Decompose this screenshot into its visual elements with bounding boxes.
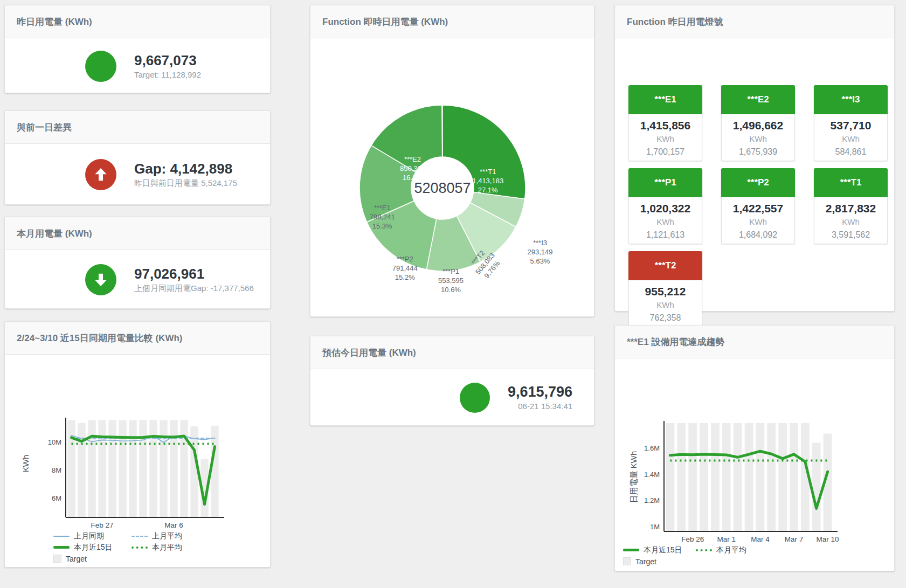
tile-body: 1,496,662 KWh 1,675,939 [721,114,795,161]
tile-unit: KWh [814,133,887,146]
tile-unit: KWh [814,216,887,229]
x-tick-label: Mar 1 [717,535,736,543]
panel-title: Function 即時日用電量 (KWh) [322,16,448,28]
target-bar [211,426,218,517]
donut-center-total: 5208057 [414,180,471,197]
legend-item[interactable]: 本月平均 [132,543,210,552]
legend-item[interactable]: Target [623,557,696,566]
panel-header[interactable]: 預估今日用電量 (KWh) [310,336,594,369]
target-bar [78,423,85,517]
x-tick-label: Mar 4 [751,535,770,543]
target-bar [119,420,126,517]
tile-target: 1,675,939 [722,146,794,158]
panel-header[interactable]: ***E1 設備用電達成趨勢 [615,326,894,358]
tile-header: ***P1 [628,168,702,197]
panel-body: 6M8M10MFeb 27Mar 6KWh 上月同期上月平均本月近15日本月平均… [5,355,270,568]
y-tick-label: 6M [52,494,61,502]
panel-title: 昨日用電量 (KWh) [17,16,92,28]
y-tick-label: 8M [52,466,61,474]
tile-header: ***E1 [628,85,702,114]
panel-title: Function 昨日用電燈號 [627,16,723,28]
donut-area: 5208057 ***T11,413,18327.1%***I3293,1495… [310,38,594,317]
target-bar [756,423,765,531]
legend-item[interactable]: 本月平均 [696,545,769,555]
legend-item[interactable]: Target [53,555,132,563]
panel-header[interactable]: Function 即時日用電量 (KWh) [310,5,594,38]
status-tiles-grid: ***E1 1,415,856 KWh 1,700,157 ***E2 1,49… [628,85,888,327]
tile-target: 584,861 [814,146,887,158]
target-bar [711,423,720,531]
panel-body: ***E1 1,415,856 KWh 1,700,157 ***E2 1,49… [615,38,894,312]
panel-header[interactable]: 2/24~3/10 近15日同期用電量比較 (KWh) [5,322,270,355]
stat-text: Gap: 4,142,898 昨日與前日用電量 5,524,175 [134,161,237,189]
x-tick-label: Mar 6 [164,521,183,529]
legend-label: 本月平均 [716,545,746,555]
legend-item[interactable]: 本月近15日 [623,545,696,555]
legend-item[interactable]: 上月平均 [132,531,210,541]
panel-header[interactable]: 與前一日差異 [5,111,270,144]
y-tick-label: 1.2M [644,496,660,504]
panel-header[interactable]: 昨日用電量 (KWh) [5,5,270,38]
target-bar [149,420,157,517]
panel-title: 預估今日用電量 (KWh) [322,347,416,359]
green-circle-icon [85,51,116,82]
status-tile: ***I3 537,710 KWh 584,861 [814,85,888,161]
panel-title: 與前一日差異 [17,121,72,134]
panel-yesterday-usage: 昨日用電量 (KWh) 9,667,073 Target: 11,128,992 [4,5,271,93]
tile-label: ***E2 [747,94,769,105]
legend-line-swatch [53,546,70,549]
tile-label: ***E1 [654,94,676,105]
legend-line-swatch [132,547,148,549]
panel-body: Gap: 4,142,898 昨日與前日用電量 5,524,175 [5,144,270,205]
panel-title: 本月用電量 (KWh) [17,227,92,240]
tile-target: 1,700,157 [629,146,702,158]
tile-unit: KWh [722,133,794,146]
legend-line-swatch [623,549,639,551]
legend-line-swatch [132,536,148,537]
target-bar [767,423,776,531]
up-arrow-icon [85,159,116,190]
panel-body: 97,026,961 上個月同期用電Gap: -17,377,566 [5,250,270,309]
legend-label: 本月近15日 [74,543,113,552]
status-tile: ***T2 955,212 KWh 762,358 [628,251,702,327]
panel-header[interactable]: 本月用電量 (KWh) [5,217,270,250]
tile-unit: KWh [722,216,794,229]
tile-label: ***T1 [840,177,862,188]
panel-title: 2/24~3/10 近15日同期用電量比較 (KWh) [17,332,183,344]
target-bar [666,423,675,531]
legend-label: 本月平均 [152,543,182,552]
dashboard: 昨日用電量 (KWh) 9,667,073 Target: 11,128,992… [0,0,906,588]
y-tick-label: 1M [650,523,660,531]
tile-unit: KWh [629,133,702,146]
trend-chart[interactable]: 1M1.2M1.4M1.6MFeb 26Mar 1Mar 4Mar 7Mar 1… [615,358,895,572]
status-tile: ***P1 1,020,322 KWh 1,121,613 [628,168,702,244]
stat-text: 9,615,796 06-21 15:34:41 [508,384,572,412]
tile-label: ***P1 [654,177,676,188]
tile-value: 1,496,662 [722,118,794,133]
target-bar [790,423,798,531]
x-tick-label: Mar 10 [817,535,839,543]
tile-body: 1,020,322 KWh 1,121,613 [628,197,702,244]
panel-trend-chart: ***E1 設備用電達成趨勢 1M1.2M1.4M1.6MFeb 26Mar 1… [614,325,895,571]
month-subtitle: 上個月同期用電Gap: -17,377,566 [134,283,254,294]
tile-body: 2,817,832 KWh 3,591,562 [814,197,888,244]
status-tile: ***T1 2,817,832 KWh 3,591,562 [814,168,888,244]
tile-header: ***E2 [721,85,795,114]
panel-month-usage: 本月用電量 (KWh) 97,026,961 上個月同期用電Gap: -17,3… [4,217,271,309]
legend-item[interactable]: 上月同期 [53,531,132,541]
target-bar [812,443,821,531]
legend-item[interactable]: 本月近15日 [53,543,132,552]
panel-header[interactable]: Function 昨日用電燈號 [615,5,894,38]
legend-label: 上月平均 [152,531,182,541]
tile-label: ***P2 [747,177,769,188]
legend-bar-swatch [53,555,61,563]
donut-slice-label: ***I3293,1495.63% [528,238,553,265]
y-axis-label: 日用電量 KWh [629,451,638,503]
x-tick-label: Mar 7 [785,535,804,543]
stat-text: 9,667,073 Target: 11,128,992 [134,52,201,80]
target-bar [688,423,697,531]
target-bar [67,420,75,517]
legend-line-swatch [696,549,712,551]
tile-value: 1,422,557 [722,201,794,216]
panel-donut: Function 即時日用電量 (KWh) 5208057 ***T11,413… [310,5,594,317]
